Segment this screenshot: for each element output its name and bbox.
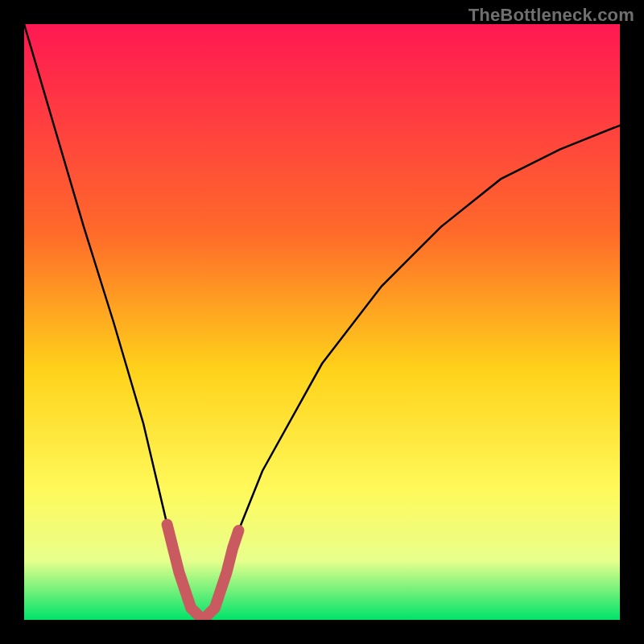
watermark-text: TheBottleneck.com [469, 5, 634, 26]
bottleneck-chart [24, 24, 620, 620]
chart-frame [24, 24, 620, 620]
